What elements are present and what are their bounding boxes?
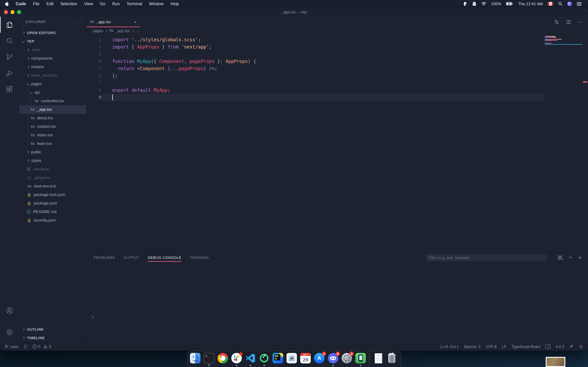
code-line-2[interactable]: 2import { AppProps } from 'next/app'; xyxy=(87,43,588,50)
section-outline[interactable]: OUTLINE xyxy=(19,325,86,334)
dock-mail-icon[interactable] xyxy=(286,353,297,363)
encoding[interactable]: UTF-8 xyxy=(486,345,497,349)
panel-tab-debug-console[interactable]: DEBUG CONSOLE xyxy=(148,253,182,262)
tree-item-package-json[interactable]: {}package.json xyxy=(19,199,86,208)
debug-console-prompt-icon[interactable] xyxy=(90,315,94,319)
language-mode[interactable]: TypeScript React xyxy=(511,345,540,349)
dock-app-store-icon[interactable]: A 1 xyxy=(314,353,325,363)
tree-item-styles[interactable]: styles xyxy=(19,156,86,165)
tree-item-public[interactable]: public xyxy=(19,148,86,156)
breadcrumb-file[interactable]: _app.tsx xyxy=(115,29,130,33)
code-line-6[interactable]: 6}; xyxy=(87,72,588,79)
dock-chrome-icon[interactable] xyxy=(217,353,228,363)
activity-accounts[interactable] xyxy=(0,302,19,318)
sync-status[interactable] xyxy=(23,344,27,349)
minimap[interactable] xyxy=(545,36,582,101)
breadcrumb[interactable]: pages TS _app.tsx ... xyxy=(87,27,588,34)
panel-tab-output[interactable]: OUTPUT xyxy=(123,253,139,262)
menubar-clock[interactable]: Thu 12:41 AM xyxy=(518,1,543,6)
menu-terminal[interactable]: Terminal xyxy=(127,1,142,6)
apple-icon[interactable] xyxy=(5,1,9,6)
code-line-3[interactable]: 3 xyxy=(87,50,588,58)
menubar-ghost-icon[interactable] xyxy=(472,1,476,6)
debug-filter-input[interactable] xyxy=(426,254,546,261)
maximize-panel-icon[interactable] xyxy=(569,256,572,260)
tree-item-contentful-tsx[interactable]: TScontentful.tsx xyxy=(19,97,86,105)
title-bar[interactable]: _app.tsx — tep xyxy=(0,8,588,17)
sidebar-more-actions[interactable]: ··· xyxy=(76,19,86,24)
tree-item-readme-md[interactable]: iREADME.md xyxy=(19,208,86,216)
dock-slack-icon[interactable] xyxy=(231,353,242,363)
eol[interactable]: LF xyxy=(502,345,506,349)
dock-vscode-icon[interactable] xyxy=(245,353,256,363)
tree-item--env-local[interactable]: .env.local xyxy=(19,165,86,173)
tree-item-components[interactable]: components xyxy=(19,54,86,63)
clear-console-icon[interactable] xyxy=(558,256,562,259)
breadcrumb-pages[interactable]: pages xyxy=(93,29,103,33)
menu-help[interactable]: Help xyxy=(171,1,179,6)
dock-webstorm-icon[interactable]: WS xyxy=(273,353,283,363)
dock-android-studio-icon[interactable] xyxy=(259,353,269,363)
desktop-photo-file[interactable] xyxy=(546,357,565,367)
section-timeline[interactable]: TIMELINE xyxy=(19,333,86,342)
code-line-9[interactable]: 9 xyxy=(87,94,588,101)
code-line-5[interactable]: 5 return <Component {...pageProps} />; xyxy=(87,65,588,72)
input-source-flag-icon[interactable] xyxy=(548,2,553,6)
tree-item--next[interactable]: .next xyxy=(19,46,86,54)
tree-item--gitignore[interactable]: .gitignore xyxy=(19,173,86,182)
menu-app-code[interactable]: Code xyxy=(16,1,26,6)
spotlight-search-icon[interactable] xyxy=(558,2,562,6)
tree-item-models[interactable]: models xyxy=(19,63,86,71)
cursor-position[interactable]: Ln 9, Col 1 xyxy=(440,345,458,349)
breadcrumb-symbol[interactable]: ... xyxy=(136,29,139,33)
code-line-8[interactable]: 8export default MyApp; xyxy=(87,86,588,94)
activity-search[interactable] xyxy=(0,33,19,49)
menu-view[interactable]: View xyxy=(84,1,93,6)
open-changes-icon[interactable] xyxy=(554,19,559,25)
more-actions-icon[interactable]: ⋯ xyxy=(578,19,583,25)
section-open-editors[interactable]: OPEN EDITORS xyxy=(19,28,86,37)
section-project-tep[interactable]: TEP xyxy=(19,37,86,46)
dock-terminal-icon[interactable]: >_ xyxy=(204,353,214,363)
tree-item-learn-tsx[interactable]: TSlearn.tsx xyxy=(19,139,86,148)
indentation[interactable]: Spaces: 2 xyxy=(464,345,481,349)
tree-item-about-tsx[interactable]: TSabout.tsx xyxy=(19,114,86,122)
tree-item--app-tsx[interactable]: TS_app.tsx xyxy=(19,105,86,114)
activity-source-control[interactable] xyxy=(0,49,19,65)
notifications-bell-icon[interactable] xyxy=(579,344,583,349)
menu-run[interactable]: Run xyxy=(112,1,120,6)
dock-documents-icon[interactable] xyxy=(373,353,383,363)
menu-selection[interactable]: Selection xyxy=(60,1,77,6)
feedback-icon[interactable] xyxy=(569,344,574,349)
split-editor-icon[interactable] xyxy=(566,19,571,25)
menubar-app1-icon[interactable] xyxy=(463,1,467,6)
menu-edit[interactable]: Edit xyxy=(46,1,53,6)
dock-discord-icon[interactable]: 8 xyxy=(328,353,338,363)
panel-tab-problems[interactable]: PROBLEMS xyxy=(94,253,115,262)
menu-file[interactable]: File xyxy=(33,1,40,6)
tree-item-index-tsx[interactable]: TSindex.tsx xyxy=(19,131,86,139)
close-panel-icon[interactable]: × xyxy=(579,255,581,260)
dock-calendar-icon[interactable]: OCT 29 1 xyxy=(300,353,311,363)
wifi-icon[interactable] xyxy=(481,2,486,6)
tree-item-api[interactable]: api xyxy=(19,88,86,97)
menu-go[interactable]: Go xyxy=(100,1,105,6)
tree-item-package-lock-json[interactable]: {}package-lock.json xyxy=(19,190,86,199)
code-line-7[interactable]: 7 xyxy=(87,79,588,86)
siri-icon[interactable] xyxy=(567,1,572,6)
control-center-icon[interactable] xyxy=(577,2,581,5)
code-line-1[interactable]: 1import '../styles/globals.scss'; xyxy=(87,36,588,43)
dock-system-preferences-icon[interactable]: 2 xyxy=(342,353,352,363)
problems-status[interactable]: × 0 0 xyxy=(33,344,51,349)
panel-tab-terminal[interactable]: TERMINAL xyxy=(190,253,209,262)
activity-settings[interactable] xyxy=(0,324,19,340)
activity-run-debug[interactable] xyxy=(0,65,19,81)
activity-extensions[interactable] xyxy=(0,81,19,97)
tree-item-next-env-d-ts[interactable]: TSnext-env.d.ts xyxy=(19,182,86,190)
tab-close-icon[interactable]: × xyxy=(134,20,137,24)
dock-finder-icon[interactable] xyxy=(190,353,200,363)
code-editor[interactable]: 1import '../styles/globals.scss';2import… xyxy=(87,34,588,253)
ts-server-icon[interactable] xyxy=(545,344,550,349)
ts-version[interactable]: 4.0.3 xyxy=(556,345,564,349)
tab-app-tsx[interactable]: TS _app.tsx × xyxy=(87,17,140,27)
